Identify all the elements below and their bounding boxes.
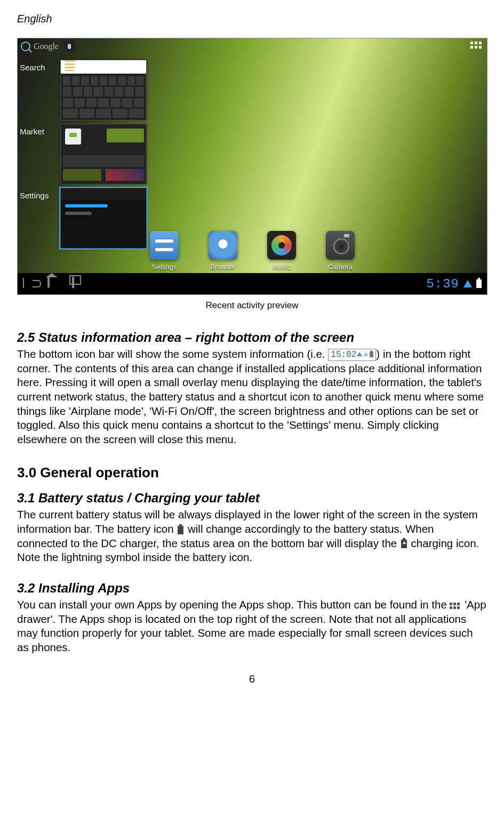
- recent-label: Market: [20, 124, 57, 136]
- recent-thumb-search: [60, 60, 147, 121]
- heading-3.2: 3.2 Installing Apps: [17, 581, 487, 596]
- home-button[interactable]: [47, 278, 59, 290]
- app-drawer-button[interactable]: [470, 42, 482, 49]
- wifi-icon: [463, 280, 472, 287]
- paragraph-3.1: The current battery status will be alway…: [17, 508, 487, 565]
- page-number: 6: [17, 673, 487, 685]
- dock-app-music[interactable]: Music: [267, 231, 296, 271]
- screenshot-topbar: Google: [18, 38, 487, 54]
- dock-label: Settings: [152, 263, 177, 271]
- voice-search-button[interactable]: [64, 41, 75, 52]
- google-search-widget[interactable]: Google: [21, 41, 75, 52]
- battery-charging-icon: [401, 540, 407, 548]
- heading-3.1: 3.1 Battery status / Charging your table…: [17, 491, 487, 506]
- browser-icon: [209, 231, 237, 260]
- status-area[interactable]: 5:39: [426, 277, 482, 291]
- recent-apps-button[interactable]: [72, 278, 84, 290]
- clock: 5:39: [426, 277, 459, 291]
- dock-app-settings[interactable]: Settings: [150, 231, 179, 271]
- paragraph-2.5: The bottom icon bar will show the some s…: [17, 347, 487, 446]
- search-hint: Google: [34, 42, 59, 51]
- search-icon: [21, 42, 30, 51]
- recent-thumb-market: [60, 124, 147, 185]
- dock-label: Camera: [328, 263, 353, 271]
- header-language: English: [17, 13, 487, 25]
- app-drawer-icon: [450, 603, 460, 609]
- music-icon: [267, 231, 296, 260]
- recent-item-search[interactable]: Search: [18, 59, 156, 122]
- dock-label: Browser: [210, 263, 236, 271]
- system-navbar: 5:39: [18, 273, 487, 294]
- status-bar-example: 15:02: [328, 349, 376, 362]
- tablet-screenshot: Google Search Market Settings: [17, 38, 487, 295]
- back-button[interactable]: [23, 278, 35, 290]
- screenshot-caption: Recent activity preview: [17, 300, 487, 311]
- battery-icon: [370, 351, 373, 357]
- paragraph-3.2: You can install your own Apps by opening…: [17, 598, 487, 655]
- dock-app-camera[interactable]: Camera: [326, 231, 355, 271]
- heading-2.5: 2.5 Status information area – right bott…: [17, 330, 487, 345]
- recent-label: Settings: [20, 188, 57, 200]
- settings-icon: [150, 231, 179, 260]
- recent-label: Search: [20, 60, 57, 72]
- dock-app-browser[interactable]: Browser: [209, 231, 237, 271]
- dock: Settings Browser Music Camera: [18, 220, 487, 271]
- mic-icon: [68, 44, 71, 49]
- recent-item-market[interactable]: Market: [18, 123, 156, 186]
- camera-icon: [326, 231, 355, 260]
- dock-label: Music: [273, 263, 291, 271]
- battery-icon: [178, 526, 183, 534]
- heading-3.0: 3.0 General operation: [17, 464, 487, 481]
- battery-icon: [476, 279, 482, 288]
